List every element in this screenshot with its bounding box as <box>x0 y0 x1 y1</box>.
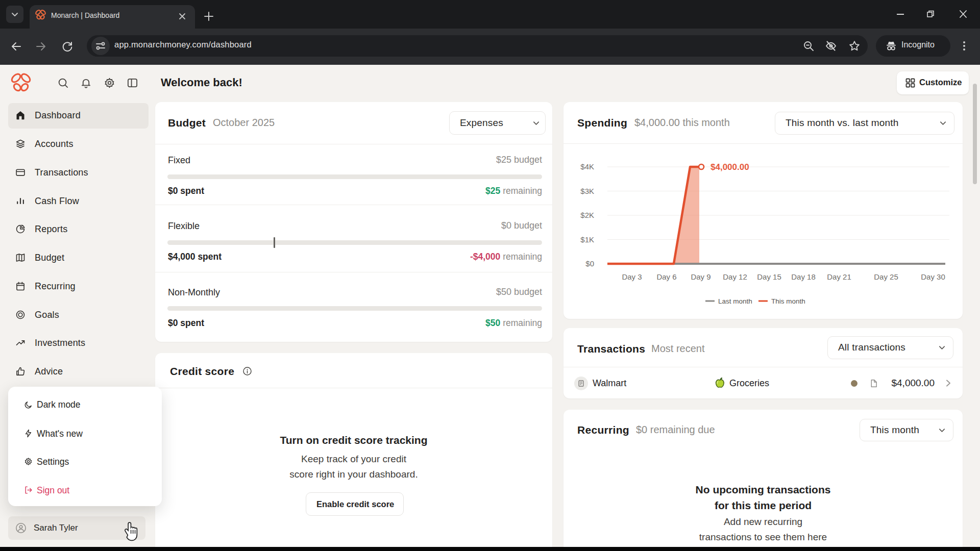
svg-text:$2K: $2K <box>580 211 594 219</box>
svg-text:Last month: Last month <box>718 297 752 305</box>
svg-text:Day 12: Day 12 <box>723 272 747 281</box>
svg-text:$1K: $1K <box>580 235 594 244</box>
svg-text:Day 21: Day 21 <box>827 272 851 281</box>
svg-text:$0: $0 <box>585 259 594 268</box>
svg-text:Day 9: Day 9 <box>691 272 710 281</box>
svg-text:Day 6: Day 6 <box>656 272 676 281</box>
svg-text:Day 18: Day 18 <box>791 272 816 281</box>
svg-text:$4,000.00: $4,000.00 <box>710 162 749 172</box>
svg-text:Day 3: Day 3 <box>622 272 642 281</box>
svg-text:Day 15: Day 15 <box>757 272 781 281</box>
svg-text:$3K: $3K <box>580 187 594 195</box>
svg-text:Day 30: Day 30 <box>921 272 945 281</box>
svg-text:Day 25: Day 25 <box>874 272 898 281</box>
svg-text:This month: This month <box>771 297 805 305</box>
svg-text:$4K: $4K <box>580 162 594 171</box>
